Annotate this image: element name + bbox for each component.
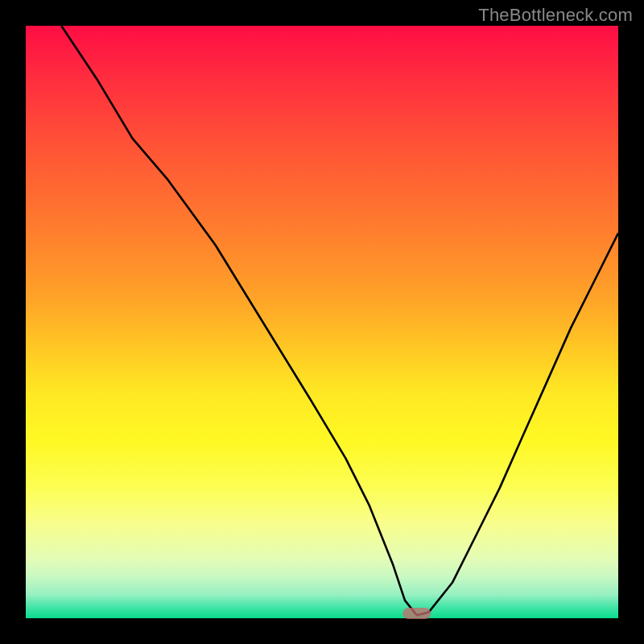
bottleneck-curve-path: [61, 26, 618, 615]
bottleneck-curve-svg: [26, 26, 618, 618]
optimal-marker: [402, 608, 431, 619]
plot-area: [26, 26, 618, 618]
watermark-text: TheBottleneck.com: [478, 5, 633, 26]
